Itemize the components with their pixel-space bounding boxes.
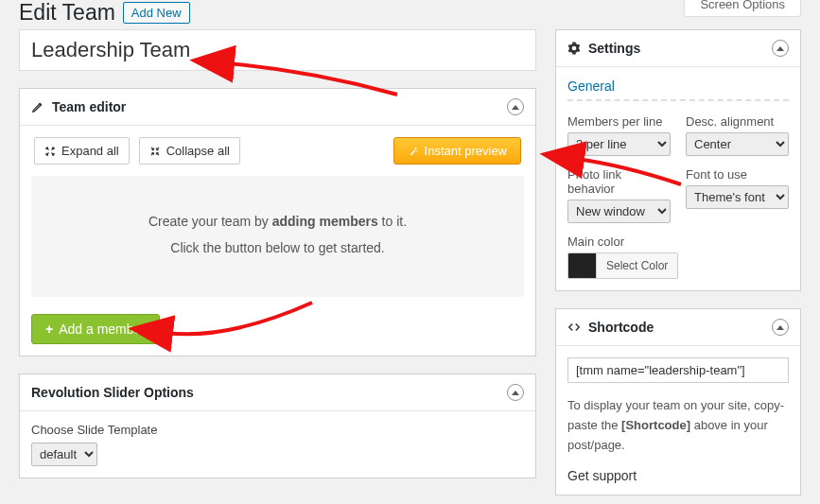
desc-alignment-label: Desc. alignment [686, 114, 789, 129]
divider [567, 99, 789, 101]
collapse-icon [149, 146, 161, 157]
main-color-label: Main color [567, 235, 789, 249]
collapse-toggle[interactable] [772, 319, 789, 336]
settings-general-heading: General [567, 78, 789, 94]
team-editor-title: Team editor [52, 99, 126, 114]
collapse-toggle[interactable] [772, 40, 789, 57]
shortcode-title: Shortcode [588, 320, 654, 335]
code-icon [567, 321, 581, 334]
photo-link-select[interactable]: New window [567, 200, 671, 223]
desc-alignment-select[interactable]: Center [686, 132, 789, 156]
revolution-slider-panel: Revolution Slider Options Choose Slide T… [19, 374, 536, 478]
revolution-slider-title: Revolution Slider Options [31, 385, 194, 400]
add-member-button[interactable]: + Add a member [31, 314, 160, 344]
get-support-link[interactable]: Get support [567, 468, 789, 483]
font-label: Font to use [686, 167, 789, 182]
shortcode-input[interactable] [567, 357, 789, 383]
add-new-button[interactable]: Add New [123, 2, 190, 24]
settings-title: Settings [588, 41, 640, 56]
collapse-toggle[interactable] [507, 384, 524, 401]
magic-wand-icon [408, 146, 419, 157]
add-new-label: Add New [131, 6, 182, 20]
screen-options-label: Screen Options [700, 0, 785, 11]
expand-all-button[interactable]: Expand all [34, 137, 130, 165]
color-swatch[interactable] [567, 252, 596, 279]
members-per-line-label: Members per line [567, 114, 671, 129]
choose-slide-template-label: Choose Slide Template [31, 423, 524, 437]
members-per-line-select[interactable]: 3 per line [567, 132, 671, 156]
font-select[interactable]: Theme's font [686, 185, 789, 209]
select-color-button[interactable]: Select Color [596, 252, 678, 279]
plus-icon: + [45, 322, 53, 336]
screen-options-button[interactable]: Screen Options [684, 0, 801, 17]
instant-preview-button[interactable]: Instant preview [393, 137, 521, 165]
team-title-input[interactable] [19, 29, 536, 71]
team-editor-panel: Team editor Expand all [19, 88, 536, 356]
photo-link-label: Photo link behavior [567, 167, 671, 196]
gear-icon [567, 42, 581, 55]
page-title: Edit Team [19, 0, 115, 26]
shortcode-help: To display your team on your site, copy-… [567, 396, 789, 455]
pencil-icon [31, 100, 44, 113]
expand-all-label: Expand all [61, 144, 119, 158]
collapse-all-label: Collapse all [166, 144, 230, 158]
expand-icon [44, 146, 56, 157]
slide-template-select[interactable]: default [31, 443, 97, 466]
instant-preview-label: Instant preview [425, 144, 507, 158]
collapse-toggle[interactable] [507, 98, 524, 115]
shortcode-panel: Shortcode To display your team on your s… [555, 308, 801, 495]
select-color-label: Select Color [606, 259, 668, 272]
add-member-label: Add a member [59, 322, 146, 337]
editor-placeholder: Create your team by adding members to it… [31, 176, 524, 297]
collapse-all-button[interactable]: Collapse all [139, 137, 240, 165]
settings-panel: Settings General Members per line 3 per … [555, 29, 801, 291]
